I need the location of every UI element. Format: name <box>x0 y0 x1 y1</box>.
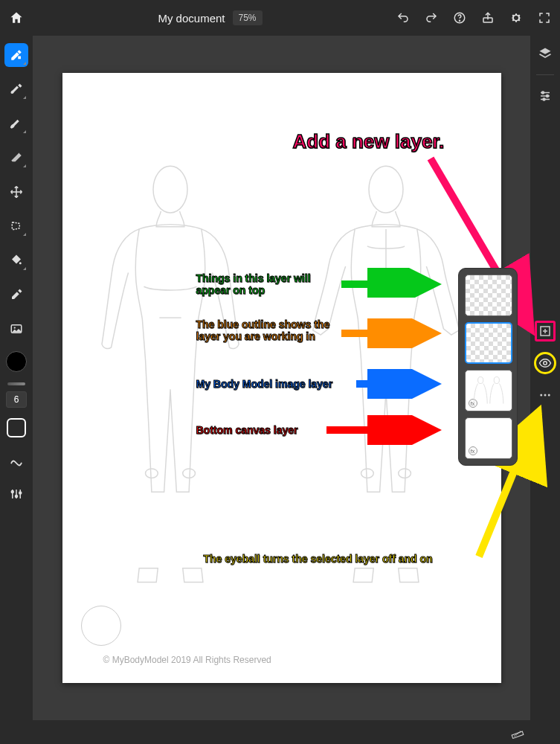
zoom-level[interactable]: 75% <box>233 10 263 25</box>
svg-point-16 <box>544 394 547 397</box>
selection-tool[interactable] <box>4 214 28 238</box>
brush-tool[interactable] <box>4 77 28 101</box>
svg-point-24 <box>398 469 411 478</box>
svg-point-19 <box>153 166 187 213</box>
svg-point-7 <box>11 491 13 493</box>
svg-point-21 <box>182 469 195 478</box>
divider <box>536 74 554 75</box>
svg-point-22 <box>369 166 403 213</box>
arrow-orange <box>338 318 449 348</box>
top-bar: My document 75% <box>0 0 560 36</box>
fullscreen-icon[interactable] <box>538 11 551 25</box>
canvas-stage: © MyBodyModel 2019 All Rights Reserved A… <box>33 36 530 720</box>
help-icon[interactable] <box>453 11 466 25</box>
fx-badge: fx <box>469 446 477 455</box>
left-toolbar: 6 <box>0 36 33 744</box>
ink-brush-tool[interactable] <box>4 112 28 135</box>
brush-size-value[interactable]: 6 <box>6 391 27 408</box>
annotation-body-layer: My Body Model image layer <box>196 378 367 390</box>
rotation-widget[interactable] <box>81 606 121 646</box>
image-tool[interactable] <box>4 317 28 341</box>
annotation-add-layer: Add a new layer. <box>293 131 445 153</box>
annotation-top-layer: Things in this layer will appear on top <box>196 272 338 296</box>
svg-point-20 <box>145 469 158 478</box>
ruler-icon[interactable] <box>511 725 524 739</box>
arrow-red <box>323 415 449 445</box>
pixel-tool[interactable] <box>4 43 28 67</box>
svg-point-23 <box>361 469 373 478</box>
annotation-eyeball: The eyeball turns the selected layer off… <box>204 553 486 565</box>
home-icon[interactable] <box>9 10 24 25</box>
svg-point-11 <box>547 95 549 97</box>
layers-popout: fx fx <box>458 268 518 466</box>
arrow-green <box>338 268 449 298</box>
brush-shape-preview[interactable] <box>7 418 26 437</box>
eyedropper-tool[interactable] <box>4 283 28 307</box>
sliders-icon[interactable] <box>535 86 556 106</box>
undo-icon[interactable] <box>396 11 410 25</box>
svg-point-1 <box>459 20 460 21</box>
adjustments-tool[interactable] <box>4 482 28 506</box>
arrow-blue <box>353 369 449 399</box>
bottom-bar <box>33 720 530 744</box>
document-title: My document <box>158 12 225 25</box>
layers-panel-icon[interactable] <box>535 43 556 64</box>
right-panel <box>530 36 560 744</box>
eraser-tool[interactable] <box>4 146 28 170</box>
svg-point-17 <box>548 394 550 397</box>
svg-point-15 <box>540 394 542 397</box>
layer-thumb-3[interactable]: fx <box>465 370 512 411</box>
svg-point-9 <box>19 492 22 494</box>
fill-tool[interactable] <box>4 248 28 272</box>
svg-rect-18 <box>512 731 524 738</box>
svg-point-14 <box>544 362 547 365</box>
svg-rect-3 <box>18 57 21 60</box>
brush-size-bar <box>7 382 25 385</box>
redo-icon[interactable] <box>425 11 438 25</box>
svg-point-6 <box>14 327 16 328</box>
svg-point-12 <box>543 98 545 100</box>
canvas[interactable]: © MyBodyModel 2019 All Rights Reserved A… <box>62 73 501 683</box>
svg-point-26 <box>494 377 499 384</box>
layer-thumb-4[interactable]: fx <box>465 417 512 459</box>
annotation-working-layer: The blue outline shows the layer you are… <box>196 318 338 342</box>
svg-point-10 <box>542 92 544 94</box>
move-tool[interactable] <box>4 180 28 204</box>
share-icon[interactable] <box>481 11 495 25</box>
svg-point-25 <box>477 377 483 384</box>
layer-thumb-2[interactable] <box>465 322 512 364</box>
foreground-color-swatch[interactable] <box>6 351 27 372</box>
layer-visibility-button[interactable] <box>534 352 556 374</box>
copyright-text: © MyBodyModel 2019 All Rights Reserved <box>103 655 271 665</box>
curve-tool[interactable] <box>4 448 28 472</box>
gear-icon[interactable] <box>509 11 523 25</box>
layer-thumb-1[interactable] <box>465 275 512 316</box>
svg-point-4 <box>19 262 22 264</box>
svg-point-8 <box>16 496 18 498</box>
